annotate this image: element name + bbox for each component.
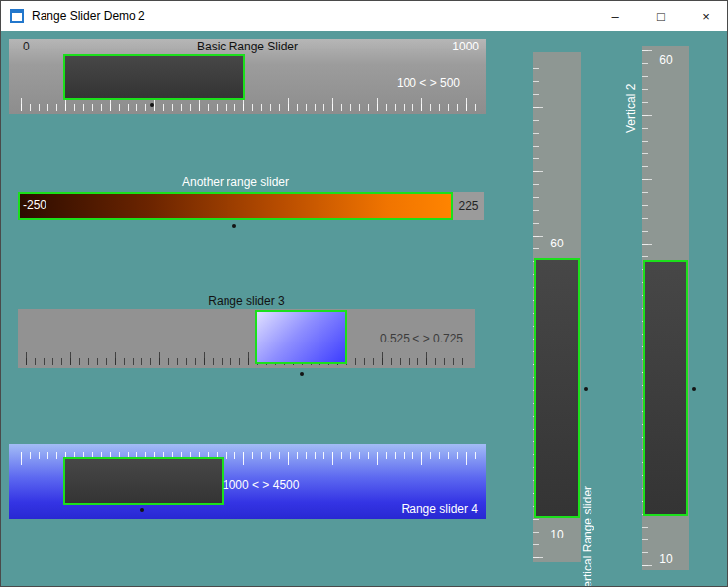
another-slider-title: Another range slider: [18, 175, 453, 189]
minimize-button[interactable]: –: [592, 1, 638, 31]
vertical-slider-top-label: 60: [533, 237, 581, 250]
title-bar[interactable]: Range Slider Demo 2 – □ ×: [1, 1, 728, 31]
slider4-title: Range slider 4: [402, 502, 478, 516]
close-icon: ×: [702, 9, 710, 24]
vertical2-top-label: 60: [642, 53, 689, 67]
slider4-value: 1000 < > 4500: [223, 478, 299, 492]
window-title: Range Slider Demo 2: [32, 9, 145, 23]
slider3-focus-dot: [300, 372, 304, 376]
vertical-slider-title: Vertical Range slider: [581, 454, 595, 587]
basic-slider-focus-dot: [150, 103, 154, 107]
vertical-slider-focus-dot: [584, 387, 588, 391]
another-slider-focus-dot: [232, 224, 236, 228]
another-slider-min-label: -250: [23, 198, 46, 212]
slider3-value: 0.525 < > 0.725: [380, 332, 463, 345]
basic-slider-range-handle[interactable]: [63, 54, 245, 100]
content-area: 0 Basic Range Slider 1000 100 < > 500 An…: [1, 31, 728, 587]
maximize-button[interactable]: □: [638, 1, 683, 31]
slider4-range-handle[interactable]: [63, 457, 224, 505]
vertical2-title: Vertical 2: [624, 46, 639, 133]
maximize-icon: □: [657, 9, 665, 24]
app-window: Range Slider Demo 2 – □ × 0 Basic Range …: [0, 0, 728, 587]
basic-slider-title: Basic Range Slider: [9, 40, 486, 53]
slider3-title: Range slider 3: [18, 294, 475, 308]
app-icon: [10, 9, 24, 23]
vertical2-focus-dot: [692, 387, 696, 391]
basic-slider-value: 100 < > 500: [397, 76, 460, 90]
slider3-range-handle[interactable]: [255, 310, 347, 364]
slider4-track[interactable]: 1000 < > 4500 Range slider 4: [9, 444, 486, 519]
vertical2-bottom-label: 10: [642, 552, 689, 566]
basic-range-slider-track[interactable]: 0 Basic Range Slider 1000 100 < > 500: [9, 39, 486, 114]
another-slider-max-label: 225: [453, 192, 484, 220]
vertical-range-slider-track[interactable]: 60 10: [533, 52, 581, 562]
slider4-focus-dot: [140, 508, 144, 512]
close-button[interactable]: ×: [683, 1, 728, 31]
vertical-slider-range-handle[interactable]: [534, 258, 580, 518]
vertical2-range-handle[interactable]: [643, 260, 688, 516]
another-range-slider-track[interactable]: -250: [18, 192, 453, 220]
minimize-icon: –: [611, 9, 618, 24]
basic-slider-max-label: 1000: [452, 40, 479, 53]
slider3-ticks: [26, 352, 467, 365]
vertical2-track[interactable]: 60 10: [642, 46, 689, 570]
vertical-slider-bottom-label: 10: [533, 528, 581, 541]
slider3-track[interactable]: 0.525 < > 0.725: [18, 309, 475, 368]
